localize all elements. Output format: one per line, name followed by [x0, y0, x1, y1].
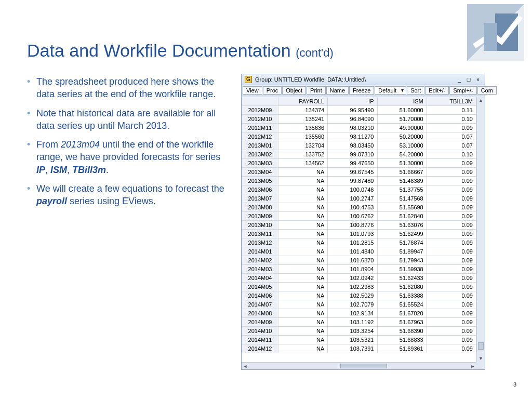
- scroll-left-icon[interactable]: ◄: [242, 363, 249, 369]
- cell[interactable]: 0.09: [427, 247, 476, 256]
- row-header[interactable]: 2014M08: [242, 309, 278, 318]
- cell[interactable]: 0.09: [427, 256, 476, 265]
- cell[interactable]: 0.10: [427, 150, 476, 159]
- table-row[interactable]: 2012M1213556098.1127050.200000.07: [242, 132, 476, 141]
- table-row[interactable]: 2013M10NA100.877651.630760.09: [242, 221, 476, 230]
- cell[interactable]: 0.07: [427, 132, 476, 141]
- table-row[interactable]: 2014M08NA102.913451.670200.09: [242, 309, 476, 318]
- row-header[interactable]: 2013M06: [242, 185, 278, 194]
- row-header[interactable]: 2012M09: [242, 106, 278, 115]
- cell[interactable]: NA: [278, 300, 328, 309]
- cell[interactable]: 102.9134: [328, 309, 377, 318]
- cell[interactable]: 51.62840: [377, 212, 427, 221]
- table-row[interactable]: 2013M09NA100.676251.628400.09: [242, 212, 476, 221]
- cell[interactable]: 0.09: [427, 291, 476, 300]
- row-header[interactable]: 2014M04: [242, 274, 278, 283]
- cell[interactable]: 49.90000: [377, 124, 427, 132]
- row-header[interactable]: 2013M03: [242, 159, 278, 168]
- cell[interactable]: 51.70000: [377, 115, 427, 124]
- cell[interactable]: 135636: [278, 124, 328, 132]
- editpm-button[interactable]: Edit+/-: [425, 86, 449, 95]
- row-header[interactable]: 2013M11: [242, 230, 278, 238]
- cell[interactable]: 99.47650: [328, 159, 377, 168]
- window-titlebar[interactable]: G Group: UNTITLED Workfile: DATA::Untitl…: [242, 74, 485, 85]
- cell[interactable]: 51.62433: [377, 274, 427, 283]
- col-ip[interactable]: IP: [328, 97, 377, 106]
- cell[interactable]: 0.09: [427, 230, 476, 238]
- cell[interactable]: NA: [278, 203, 328, 212]
- cell[interactable]: 51.59938: [377, 265, 427, 274]
- table-row[interactable]: 2014M01NA101.484051.899470.09: [242, 247, 476, 256]
- cell[interactable]: 0.07: [427, 141, 476, 150]
- cell[interactable]: 51.47568: [377, 194, 427, 203]
- resize-grip[interactable]: [476, 362, 485, 369]
- row-header[interactable]: 2012M10: [242, 115, 278, 124]
- col-payroll[interactable]: PAYROLL: [278, 97, 328, 106]
- table-row[interactable]: 2014M12NA103.739151.693610.09: [242, 344, 476, 353]
- cell[interactable]: 0.09: [427, 221, 476, 230]
- cell[interactable]: 0.09: [427, 309, 476, 318]
- object-button[interactable]: Object: [282, 86, 306, 95]
- cell[interactable]: 51.63076: [377, 221, 427, 230]
- cell[interactable]: 0.09: [427, 265, 476, 274]
- table-row[interactable]: 2012M1013524196.8409051.700000.10: [242, 115, 476, 124]
- row-header[interactable]: 2014M01: [242, 247, 278, 256]
- cell[interactable]: 51.68833: [377, 336, 427, 344]
- col-tbill3m[interactable]: TBILL3M: [427, 97, 476, 106]
- cell[interactable]: 98.03450: [328, 141, 377, 150]
- cell[interactable]: 96.84090: [328, 115, 377, 124]
- cell[interactable]: 0.09: [427, 203, 476, 212]
- cell[interactable]: 103.1192: [328, 318, 377, 327]
- table-row[interactable]: 2014M02NA101.687051.799430.09: [242, 256, 476, 265]
- cell[interactable]: 99.87480: [328, 177, 377, 185]
- cell[interactable]: 0.09: [427, 344, 476, 353]
- cell[interactable]: 103.3254: [328, 327, 377, 336]
- row-header[interactable]: 2013M05: [242, 177, 278, 185]
- cell[interactable]: 51.46389: [377, 177, 427, 185]
- row-header[interactable]: 2014M12: [242, 344, 278, 353]
- row-header[interactable]: 2014M10: [242, 327, 278, 336]
- table-row[interactable]: 2014M05NA102.298351.620800.09: [242, 283, 476, 291]
- table-row[interactable]: 2012M0913437496.9549051.600000.11: [242, 106, 476, 115]
- cell[interactable]: 51.62080: [377, 283, 427, 291]
- cell[interactable]: NA: [278, 344, 328, 353]
- cell[interactable]: 0.09: [427, 159, 476, 168]
- cell[interactable]: NA: [278, 194, 328, 203]
- cell[interactable]: NA: [278, 309, 328, 318]
- cell[interactable]: 0.09: [427, 177, 476, 185]
- h-thumb[interactable]: [340, 364, 387, 368]
- cell[interactable]: NA: [278, 327, 328, 336]
- cell[interactable]: 0.09: [427, 238, 476, 247]
- row-header[interactable]: 2014M11: [242, 336, 278, 344]
- cell[interactable]: NA: [278, 283, 328, 291]
- cell[interactable]: 135560: [278, 132, 328, 141]
- row-header[interactable]: 2014M06: [242, 291, 278, 300]
- com-button[interactable]: Com: [477, 86, 497, 95]
- cell[interactable]: NA: [278, 265, 328, 274]
- cell[interactable]: NA: [278, 336, 328, 344]
- cell[interactable]: 102.2983: [328, 283, 377, 291]
- row-header[interactable]: 2013M04: [242, 168, 278, 177]
- cell[interactable]: 51.76874: [377, 238, 427, 247]
- cell[interactable]: 51.69361: [377, 344, 427, 353]
- proc-button[interactable]: Proc: [263, 86, 282, 95]
- cell[interactable]: 0.10: [427, 115, 476, 124]
- cell[interactable]: 0.09: [427, 185, 476, 194]
- freeze-button[interactable]: Freeze: [349, 86, 374, 95]
- print-button[interactable]: Print: [307, 86, 326, 95]
- cell[interactable]: 0.09: [427, 336, 476, 344]
- table-row[interactable]: 2014M06NA102.502951.633880.09: [242, 291, 476, 300]
- cell[interactable]: 132704: [278, 141, 328, 150]
- cell[interactable]: NA: [278, 318, 328, 327]
- cell[interactable]: NA: [278, 291, 328, 300]
- cell[interactable]: 51.79943: [377, 256, 427, 265]
- row-header[interactable]: 2012M11: [242, 124, 278, 132]
- smplpm-button[interactable]: Smpl+/-: [449, 86, 476, 95]
- cell[interactable]: 51.60000: [377, 106, 427, 115]
- table-row[interactable]: 2012M1113563698.0321049.900000.09: [242, 124, 476, 132]
- cell[interactable]: 101.4840: [328, 247, 377, 256]
- scroll-up-icon[interactable]: ▲: [477, 97, 485, 104]
- cell[interactable]: 51.89947: [377, 247, 427, 256]
- style-select[interactable]: Default: [375, 86, 406, 95]
- cell[interactable]: 51.55698: [377, 203, 427, 212]
